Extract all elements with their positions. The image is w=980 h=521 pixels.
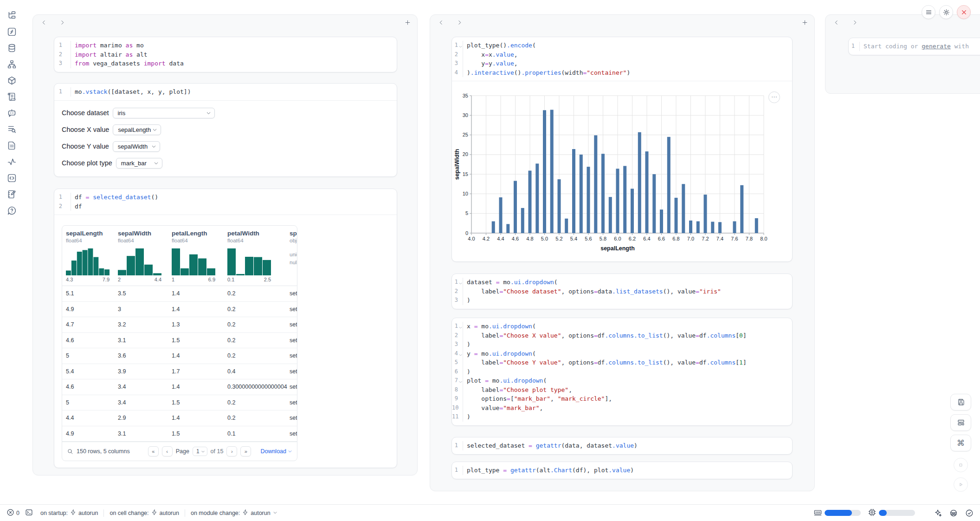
column-header[interactable]: speciesobjectuniquenulls:: [290, 230, 297, 282]
error-indicator[interactable]: 0: [6, 508, 19, 518]
layout-toggle-button[interactable]: [950, 414, 971, 431]
ai-sparkles-button[interactable]: [934, 509, 942, 517]
package-icon[interactable]: [4, 75, 19, 85]
column-header[interactable]: sepalWidthfloat6424.4: [118, 230, 172, 282]
shutdown-close-button[interactable]: [957, 5, 971, 19]
settings-gear-button[interactable]: [939, 5, 953, 19]
code-editor[interactable]: 1dataset = mo.ui.dropdown(2 label="Choos…: [452, 274, 792, 309]
memory-usage: [814, 508, 861, 518]
choose-dataset-select[interactable]: iris: [113, 108, 215, 118]
code-cell-dataset-dropdown: 1dataset = mo.ui.dropdown(2 label="Choos…: [451, 274, 793, 309]
first-page-button[interactable]: «: [148, 446, 159, 456]
code-editor[interactable]: 1 Start coding or generate with: [849, 38, 980, 55]
svg-text:7.2: 7.2: [702, 236, 709, 241]
table-row: 4.42.91.40.2setosa: [62, 410, 297, 426]
column-header[interactable]: petalLengthfloat6416.9: [172, 230, 227, 282]
svg-text:5.0: 5.0: [541, 236, 548, 241]
page-select[interactable]: 1: [193, 447, 207, 456]
document-icon[interactable]: [4, 140, 19, 150]
control-label: Choose plot type: [62, 159, 112, 167]
config-label: on startup:: [40, 510, 68, 516]
code-line: 9 options=["mark_bar", "mark_circle"],: [452, 394, 792, 404]
panel-back-button[interactable]: [831, 18, 841, 26]
code-line: 1import marimo as mo: [54, 41, 397, 50]
file-tree-icon[interactable]: [4, 10, 19, 20]
terminal-button[interactable]: [25, 508, 33, 518]
code-editor[interactable]: 1selected_dataset = getattr(data, datase…: [452, 437, 792, 454]
column-header[interactable]: sepalLengthfloat644.37.9: [66, 230, 118, 282]
on-module-change-config[interactable]: on module change: autorun: [185, 509, 283, 517]
code-editor[interactable]: 1x = mo.ui.dropdown(2 label="Choose X va…: [452, 318, 792, 425]
sepal-bar-chart[interactable]: 4.04.24.44.64.85.05.25.45.65.86.06.26.46…: [453, 84, 787, 260]
code-text: import marimo as mo: [71, 41, 144, 50]
bot-icon[interactable]: [4, 108, 19, 118]
svg-text:4.8: 4.8: [526, 236, 533, 241]
menu-button[interactable]: [922, 5, 935, 19]
choose-x-value-select[interactable]: sepalLength: [113, 124, 161, 135]
dataframe-output: sepalLengthfloat644.37.9sepalWidthfloat6…: [54, 215, 397, 468]
add-cell-button[interactable]: [799, 18, 810, 26]
panel-forward-button[interactable]: [57, 18, 67, 26]
svg-text:6.6: 6.6: [658, 236, 665, 241]
table-header-row: sepalLengthfloat644.37.9sepalWidthfloat6…: [62, 226, 297, 286]
function-icon[interactable]: [4, 26, 19, 37]
column-header[interactable]: petalWidthfloat640.12.5: [227, 230, 290, 282]
code-text: selected_dataset = getattr(data, dataset…: [463, 441, 638, 450]
code-line: 2 x=x.value,: [452, 50, 792, 59]
notebook-pen-icon[interactable]: [4, 189, 19, 199]
next-page-button[interactable]: ›: [226, 446, 237, 456]
help-chat-icon[interactable]: [4, 205, 19, 215]
copilot-button[interactable]: [949, 509, 958, 517]
on-cell-change-config[interactable]: on cell change: autorun: [103, 509, 185, 517]
run-button[interactable]: [954, 477, 968, 492]
panel-forward-button[interactable]: [454, 18, 464, 26]
previous-page-button[interactable]: ‹: [162, 446, 173, 456]
search-icon[interactable]: [67, 448, 73, 455]
code-editor[interactable]: 1plot_type().encode(2 x=x.value,3 y=y.va…: [452, 37, 792, 81]
vega-actions-button[interactable]: ⋯: [768, 91, 780, 103]
control-label: Choose X value: [62, 126, 109, 133]
code-line: 8 label="Choose plot type",: [452, 385, 792, 395]
database-icon[interactable]: [4, 43, 19, 53]
scroll-icon[interactable]: [4, 91, 19, 102]
svg-text:30: 30: [463, 112, 468, 118]
activity-icon[interactable]: [4, 156, 19, 167]
control-row: Choose datasetiris: [62, 108, 389, 118]
code-text: from vega_datasets import data: [71, 59, 184, 68]
last-page-button[interactable]: »: [240, 446, 251, 456]
download-link[interactable]: Download: [260, 448, 292, 455]
code-text: ).interactive().properties(width="contai…: [463, 68, 630, 78]
activity-sidebar: [0, 0, 23, 501]
code-line: 3from vega_datasets import data: [54, 59, 397, 68]
code-editor[interactable]: 1plot_type = getattr(alt.Chart(df), plot…: [452, 462, 792, 479]
network-icon[interactable]: [4, 59, 19, 69]
save-button[interactable]: [950, 394, 971, 410]
add-cell-button[interactable]: [402, 18, 413, 26]
code-editor[interactable]: 1df = selected_dataset()2df: [54, 189, 397, 215]
list-search-icon[interactable]: [4, 124, 19, 134]
vstack-output: Choose datasetirisChoose X valuesepalLen…: [54, 100, 397, 176]
code-editor[interactable]: 1import marimo as mo2import altair as al…: [54, 37, 397, 72]
choose-y-value-select[interactable]: sepalWidth: [113, 141, 160, 152]
code-square-icon[interactable]: [4, 173, 19, 183]
panel-back-button[interactable]: [39, 18, 49, 26]
command-palette-button[interactable]: ⌘: [950, 435, 971, 451]
code-editor[interactable]: 1mo.vstack([dataset, x, y, plot]): [54, 84, 397, 100]
line-number: 2: [452, 331, 463, 340]
line-number: 1: [54, 41, 71, 50]
code-text: x = mo.ui.dropdown(: [463, 322, 536, 331]
code-text: options=["mark_bar", "mark_circle"],: [463, 394, 612, 404]
code-line: 2 label="Choose dataset", options=data.l…: [452, 287, 792, 296]
choose-plot-type-select[interactable]: mark_bar: [116, 158, 162, 169]
svg-text:6.2: 6.2: [629, 236, 636, 241]
stop-button[interactable]: [954, 458, 968, 472]
code-line: 1df = selected_dataset(): [54, 193, 397, 202]
panel-forward-button[interactable]: [850, 18, 860, 26]
connection-status-button[interactable]: [965, 509, 974, 517]
generate-with-ai-link[interactable]: generate: [922, 43, 951, 50]
code-text: ): [463, 412, 471, 422]
table-row: 4.931.40.2setosa: [62, 302, 297, 318]
line-number: 4: [452, 349, 463, 358]
panel-back-button[interactable]: [436, 18, 446, 26]
on-startup-config[interactable]: on startup: autorun: [35, 509, 103, 517]
